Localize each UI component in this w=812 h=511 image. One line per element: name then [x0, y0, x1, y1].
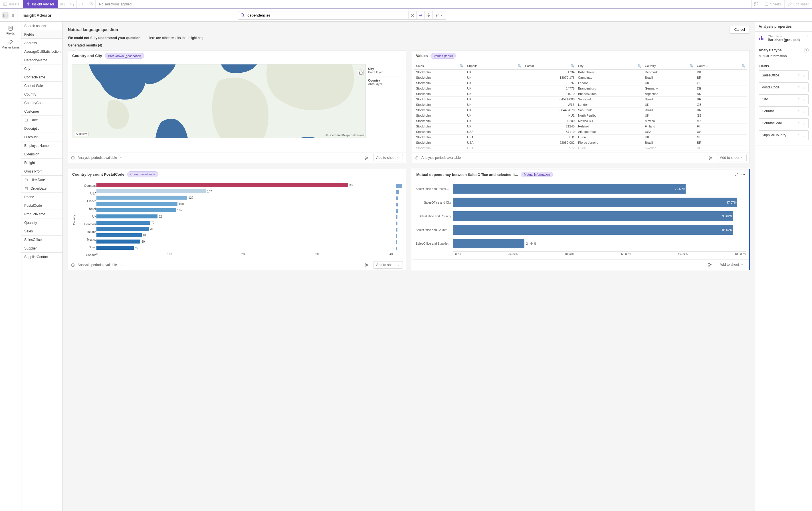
values-table[interactable]: Sales...🔍Supplie...🔍Postal...🔍City🔍Count…: [414, 63, 747, 151]
property-field-row[interactable]: City: [759, 94, 809, 104]
search-icon[interactable]: 🔍: [637, 64, 641, 68]
language-selector[interactable]: en: [432, 11, 446, 20]
field-row[interactable]: CountryCode: [21, 99, 62, 107]
smart-search-button[interactable]: [58, 0, 67, 8]
help-icon[interactable]: ?: [804, 48, 809, 53]
field-row[interactable]: ContactName: [21, 73, 62, 82]
property-field-row[interactable]: CountryCode: [759, 118, 809, 128]
assets-button[interactable]: Assets: [0, 0, 23, 8]
sheets-button[interactable]: Sheets: [761, 0, 784, 8]
table-header[interactable]: Country🔍: [643, 63, 695, 69]
table-row[interactable]: StockholmUK04521-000São PauloBrazilBR: [414, 96, 747, 102]
more-icon[interactable]: [741, 173, 745, 177]
field-row[interactable]: PostalCode: [21, 201, 62, 210]
rail-master-items[interactable]: Master items: [0, 37, 21, 51]
field-row[interactable]: Sales: [21, 227, 62, 236]
world-map[interactable]: 5000 km © OpenStreetMap contributors: [71, 64, 366, 138]
table-row[interactable]: StockholmUKW1SLondonUKGB: [414, 102, 747, 107]
copy-chart-button[interactable]: [362, 261, 370, 269]
field-row[interactable]: Gross Profit: [21, 167, 62, 176]
table-row[interactable]: StockholmUK08440-070São PauloBrazilBR: [414, 107, 747, 113]
toggle-right-panel[interactable]: [8, 12, 15, 19]
toggle-left-panel[interactable]: [2, 12, 8, 19]
field-row[interactable]: Freight: [21, 158, 62, 167]
drag-handle-icon[interactable]: [803, 110, 806, 113]
add-to-sheet-button[interactable]: Add to sheet: [373, 261, 403, 269]
bookmarks-button[interactable]: [752, 0, 761, 8]
clear-selections-button[interactable]: [86, 0, 95, 8]
chart-type-row[interactable]: Chart type Bar chart (grouped): [755, 32, 812, 45]
field-row[interactable]: Extension: [21, 150, 62, 158]
property-field-row[interactable]: PostalCode: [759, 82, 809, 92]
fields-list[interactable]: AddressAverageCallSatisfactionCategoryNa…: [21, 39, 62, 511]
table-row[interactable]: StockholmUK14776BrandenburgGermanyDE: [414, 86, 747, 91]
table-row[interactable]: StockholmUK1010Buenos AiresArgentinaAR: [414, 91, 747, 96]
copy-chart-button[interactable]: [706, 261, 714, 268]
edit-sheet-button[interactable]: Edit sheet: [784, 0, 812, 8]
country-count-chart[interactable]: CountryGermanyUSAFranceBrazilUKDenmarkIr…: [71, 183, 402, 257]
table-row[interactable]: StockholmUSA87110AlbuquerqueUSAUS: [414, 129, 747, 134]
voice-input-button[interactable]: [424, 11, 432, 20]
add-to-sheet-button[interactable]: Add to sheet: [373, 154, 403, 161]
insight-advisor-button[interactable]: Insight Advisor: [23, 0, 58, 8]
search-icon[interactable]: 🔍: [742, 64, 746, 68]
table-row[interactable]: StockholmUK06200México D.F.MexicoMX: [414, 118, 747, 123]
property-field-row[interactable]: SupplierCountry: [759, 130, 809, 140]
copy-chart-button[interactable]: [706, 154, 714, 161]
drag-handle-icon[interactable]: [803, 86, 806, 89]
table-row[interactable]: StockholmUKN7LondonUKGB: [414, 80, 747, 86]
chevron-down-icon[interactable]: [120, 156, 122, 159]
field-row[interactable]: Customer: [21, 107, 62, 116]
field-row[interactable]: EmployeeName: [21, 142, 62, 150]
field-row[interactable]: Description: [21, 124, 62, 133]
rail-fields[interactable]: Fields: [0, 23, 21, 37]
search-icon[interactable]: 🔍: [460, 64, 464, 68]
mutual-info-chart[interactable]: SalesOffice and PostalCode79.50%SalesOff…: [416, 183, 746, 256]
table-row[interactable]: StockholmUK21240HelsinkiFinlandFI: [414, 123, 747, 129]
search-icon[interactable]: 🔍: [518, 64, 522, 68]
field-row[interactable]: SupplierContact: [21, 253, 62, 261]
search-assets-input[interactable]: [21, 22, 62, 30]
field-row[interactable]: Date: [21, 116, 62, 124]
step-forward-button[interactable]: [77, 0, 86, 8]
field-row[interactable]: Quantity: [21, 218, 62, 227]
drag-handle-icon[interactable]: [803, 133, 806, 137]
drag-handle-icon[interactable]: [803, 121, 806, 125]
table-row[interactable]: StockholmUSA22050-002Rio de JaneiroBrazi…: [414, 140, 747, 145]
chevron-down-icon[interactable]: [120, 264, 122, 266]
add-to-sheet-button[interactable]: Add to sheet: [717, 154, 747, 161]
field-row[interactable]: Cost of Sale: [21, 82, 62, 90]
search-icon[interactable]: 🔍: [690, 64, 694, 68]
field-row[interactable]: Address: [21, 39, 62, 47]
field-row[interactable]: OrderDate: [21, 184, 62, 193]
add-to-sheet-button[interactable]: Add to sheet: [717, 261, 746, 268]
submit-query-button[interactable]: [416, 11, 424, 20]
field-row[interactable]: Hire Date: [21, 176, 62, 184]
drag-handle-icon[interactable]: [803, 97, 806, 101]
table-header[interactable]: City🔍: [576, 63, 643, 69]
field-row[interactable]: Discount: [21, 133, 62, 142]
table-row[interactable]: StockholmUKHU1North FerribyUKGB: [414, 113, 747, 118]
field-row[interactable]: City: [21, 64, 62, 73]
field-row[interactable]: Country: [21, 90, 62, 99]
field-row[interactable]: CategoryName: [21, 56, 62, 64]
cancel-button[interactable]: Cancel: [729, 26, 750, 34]
table-header[interactable]: Sales...🔍: [414, 63, 465, 69]
field-row[interactable]: SalesOffice: [21, 236, 62, 244]
nlq-input[interactable]: [247, 13, 408, 18]
table-header[interactable]: Postal...🔍: [523, 63, 576, 69]
field-row[interactable]: ProductName: [21, 210, 62, 218]
table-header[interactable]: Count...🔍: [695, 63, 747, 69]
table-row[interactable]: StockholmUSALU1LutonUKGB: [414, 134, 747, 140]
property-field-row[interactable]: Country: [759, 107, 809, 116]
search-icon[interactable]: 🔍: [571, 64, 575, 68]
map-home-button[interactable]: [358, 69, 364, 75]
fullscreen-icon[interactable]: [735, 173, 738, 177]
field-row[interactable]: AverageCallSatisfaction: [21, 47, 62, 56]
property-field-row[interactable]: SalesOffice: [759, 70, 809, 80]
table-row[interactable]: StockholmUK13070-178CampinasBrazilBR: [414, 75, 747, 80]
copy-chart-button[interactable]: [362, 154, 370, 161]
table-row[interactable]: StockholmUK1734KøbenhavnDenmarkDK: [414, 69, 747, 75]
step-back-button[interactable]: [67, 0, 77, 8]
drag-handle-icon[interactable]: [803, 73, 806, 77]
